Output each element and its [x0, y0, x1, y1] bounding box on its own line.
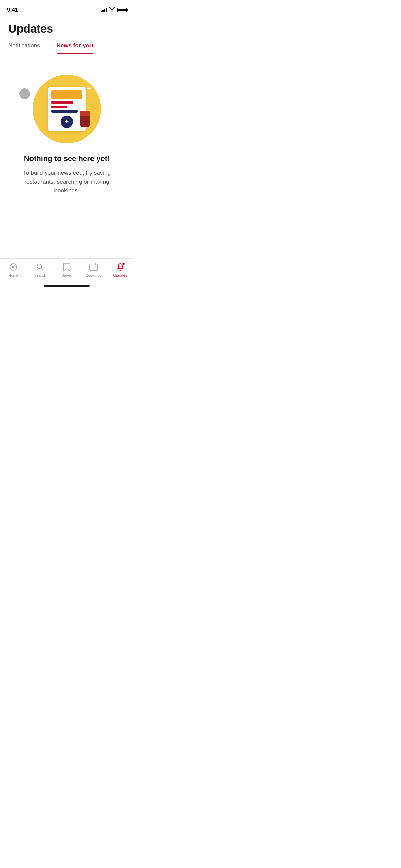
- notification-badge: [122, 262, 125, 265]
- bell-icon: [116, 262, 125, 272]
- utensils-icon: 🍴: [64, 92, 70, 97]
- page-title-section: Updates: [0, 15, 134, 35]
- nav-item-saved[interactable]: Saved: [53, 262, 80, 277]
- search-icon: [35, 262, 45, 272]
- ai-badge-icon: [61, 116, 73, 128]
- home-indicator: [44, 285, 90, 287]
- nav-label-bookings: Bookings: [86, 273, 101, 277]
- home-icon: [9, 262, 18, 272]
- nav-item-home[interactable]: Home: [0, 262, 27, 277]
- sparkle-icon: ✦: [86, 85, 92, 93]
- page-title: Updates: [8, 22, 125, 35]
- status-time: 9:41: [7, 7, 18, 13]
- empty-state-title: Nothing to see here yet!: [24, 154, 110, 163]
- calendar-icon: [89, 262, 98, 272]
- empty-state-description: To build your newsfeed, try saving resta…: [19, 169, 115, 195]
- bookmark-icon: [62, 262, 72, 272]
- nav-label-search: Search: [34, 273, 46, 277]
- svg-point-1: [12, 266, 14, 268]
- tab-notifications[interactable]: Notifications: [0, 42, 48, 54]
- nav-item-bookings[interactable]: Bookings: [80, 262, 107, 277]
- decorative-dot: [19, 88, 30, 99]
- signal-icon: [101, 8, 107, 12]
- battery-icon: [117, 8, 127, 12]
- wifi-icon: [109, 7, 115, 13]
- tab-news-for-you[interactable]: News for you: [48, 42, 101, 54]
- nav-label-updates: Updates: [113, 273, 127, 277]
- main-content: ✦ 🍴 Nothing to see here yet! To build yo…: [0, 54, 134, 202]
- nav-label-home: Home: [8, 273, 18, 277]
- svg-rect-3: [90, 264, 97, 271]
- menu-card: 🍴: [48, 87, 86, 131]
- status-icons: [101, 7, 127, 13]
- empty-state-illustration: ✦ 🍴: [33, 75, 101, 143]
- tabs-container: Notifications News for you: [0, 35, 134, 54]
- drink-glass-icon: [80, 111, 90, 127]
- nav-label-saved: Saved: [61, 273, 72, 277]
- status-bar: 9:41: [0, 0, 134, 15]
- nav-item-search[interactable]: Search: [27, 262, 53, 277]
- nav-item-updates[interactable]: Updates: [107, 262, 134, 277]
